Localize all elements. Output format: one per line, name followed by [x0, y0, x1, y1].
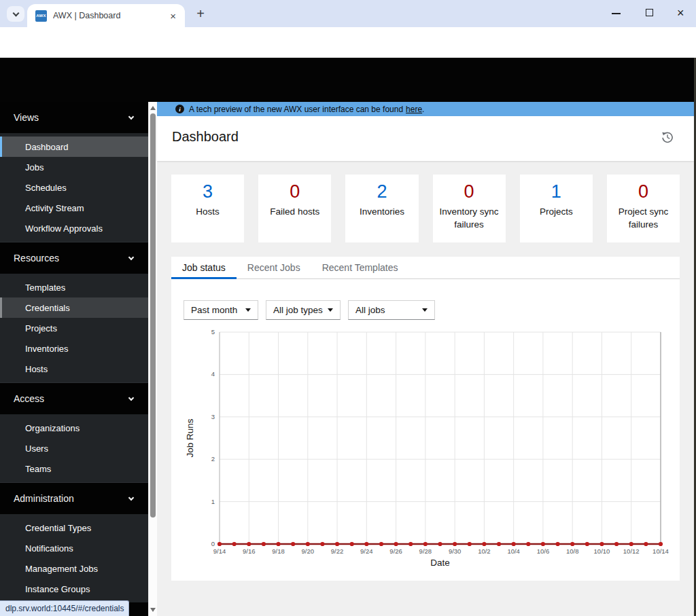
sidebar-scrollbar[interactable] — [148, 102, 157, 616]
filter-select-past-month[interactable]: Past month — [184, 300, 258, 320]
x-axis-label: Date — [430, 558, 450, 568]
svg-text:10/6: 10/6 — [537, 547, 550, 555]
svg-text:0: 0 — [211, 540, 215, 547]
browser-tab[interactable]: AWX AWX | Dashboard × — [27, 4, 185, 27]
filter-selected-value: All jobs — [355, 305, 385, 315]
scroll-down-icon[interactable] — [150, 608, 156, 612]
awx-header: AWX ? admin — [0, 58, 696, 102]
svg-text:2: 2 — [211, 455, 215, 463]
sidebar-item-organizations[interactable]: Organizations — [0, 418, 148, 438]
tab-job-status[interactable]: Job status — [171, 257, 237, 278]
sidebar-item-schedules[interactable]: Schedules — [0, 177, 148, 198]
caret-down-icon — [422, 308, 428, 312]
card-label: Inventories — [345, 205, 418, 219]
caret-down-icon — [328, 308, 333, 312]
dashboard-tabs: Job statusRecent JobsRecent Templates — [171, 257, 680, 279]
card-value[interactable]: 0 — [607, 181, 680, 204]
svg-text:10/2: 10/2 — [478, 547, 491, 555]
data-point — [379, 542, 383, 546]
data-point — [614, 542, 619, 546]
sidebar-item-credential-types[interactable]: Credential Types — [0, 518, 148, 538]
new-tab-button[interactable]: + — [192, 5, 209, 22]
svg-text:5: 5 — [211, 328, 215, 336]
sidebar-item-projects[interactable]: Projects — [0, 318, 148, 338]
tech-preview-banner: i A tech preview of the new AWX user int… — [157, 102, 694, 116]
summary-card-inventory-sync-failures: 0Inventory sync failures — [433, 175, 506, 242]
window-close-button[interactable]: × — [677, 5, 684, 21]
svg-text:9/22: 9/22 — [331, 547, 344, 555]
refresh-history-icon[interactable] — [661, 131, 674, 145]
sidebar-item-hosts[interactable]: Hosts — [0, 359, 148, 379]
sidebar-group-header-administration[interactable]: Administration — [0, 483, 148, 514]
sidebar-group-access: AccessOrganizationsUsersTeams — [0, 382, 148, 482]
scroll-up-icon[interactable] — [150, 106, 156, 110]
sidebar-item-workflow-approvals[interactable]: Workflow Approvals — [0, 218, 148, 238]
data-point — [482, 542, 486, 546]
svg-text:9/28: 9/28 — [419, 547, 432, 555]
sidebar-item-teams[interactable]: Teams — [0, 458, 148, 479]
filter-select-all-jobs[interactable]: All jobs — [348, 300, 435, 320]
tab-close-icon[interactable]: × — [168, 10, 178, 22]
sidebar-item-activity-stream[interactable]: Activity Stream — [0, 198, 148, 218]
sidebar-item-notifications[interactable]: Notifications — [0, 538, 148, 558]
sidebar-group-label: Administration — [14, 493, 74, 504]
window-minimize-button[interactable] — [612, 13, 621, 14]
summary-card-hosts: 3Hosts — [171, 175, 244, 242]
card-value[interactable]: 2 — [345, 181, 418, 204]
sidebar-item-jobs[interactable]: Jobs — [0, 157, 148, 177]
scrollbar-thumb[interactable] — [150, 113, 156, 518]
data-point — [629, 542, 633, 546]
sidebar-item-instance-groups[interactable]: Instance Groups — [0, 579, 148, 599]
card-label: Projects — [520, 205, 593, 219]
sidebar-group-views: ViewsDashboardJobsSchedulesActivity Stre… — [0, 102, 148, 242]
browser-toolbar: ← → Not secure dlp.srv.world:10445/#/hom… — [0, 27, 696, 58]
data-point — [350, 542, 354, 546]
filter-select-all-job-types[interactable]: All job types — [266, 300, 341, 320]
page-title: Dashboard — [172, 129, 239, 145]
sidebar-group-administration: AdministrationCredential TypesNotificati… — [0, 482, 148, 602]
data-point — [320, 542, 324, 546]
data-point — [306, 542, 310, 546]
card-label: Inventory sync failures — [433, 205, 506, 232]
browser-window: AWX AWX | Dashboard × + × ← → Not — [0, 0, 696, 616]
data-point — [218, 542, 222, 546]
svg-text:3: 3 — [211, 413, 215, 420]
card-label: Failed hosts — [258, 205, 331, 219]
tab-search-button[interactable] — [7, 6, 24, 22]
data-point — [599, 542, 604, 546]
sidebar-item-inventories[interactable]: Inventories — [0, 338, 148, 359]
card-value[interactable]: 0 — [433, 181, 506, 204]
tab-recent-jobs[interactable]: Recent Jobs — [237, 257, 311, 278]
svg-text:9/26: 9/26 — [389, 547, 402, 555]
card-value[interactable]: 3 — [171, 181, 244, 204]
tab-recent-templates[interactable]: Recent Templates — [311, 257, 409, 278]
card-value[interactable]: 0 — [258, 181, 331, 204]
sidebar-item-management-jobs[interactable]: Management Jobs — [0, 558, 148, 579]
data-point — [394, 542, 398, 546]
data-point — [247, 542, 251, 546]
card-value[interactable]: 1 — [520, 181, 593, 204]
sidebar-group-header-resources[interactable]: Resources — [0, 242, 148, 274]
sidebar-item-dashboard[interactable]: Dashboard — [0, 137, 148, 157]
svg-text:10/10: 10/10 — [594, 547, 610, 555]
sidebar-group-header-access[interactable]: Access — [0, 383, 148, 414]
summary-card-projects: 1Projects — [520, 175, 593, 242]
sidebar-item-credentials[interactable]: Credentials — [0, 297, 148, 318]
data-point — [276, 542, 280, 546]
sidebar-group-resources: ResourcesTemplatesCredentialsProjectsInv… — [0, 242, 148, 382]
info-circle-icon: i — [175, 105, 184, 113]
sidebar-group-header-views[interactable]: Views — [0, 102, 148, 133]
sidebar-nav: ViewsDashboardJobsSchedulesActivity Stre… — [0, 102, 148, 616]
data-point — [526, 542, 530, 546]
sidebar-item-templates[interactable]: Templates — [0, 277, 148, 297]
svg-text:10/4: 10/4 — [507, 547, 520, 555]
filter-selected-value: Past month — [191, 305, 237, 315]
banner-suffix: . — [422, 105, 424, 114]
data-point — [453, 542, 457, 546]
banner-here-link[interactable]: here — [406, 105, 422, 114]
svg-text:9/14: 9/14 — [213, 547, 226, 555]
y-axis-label: Job Runs — [185, 418, 195, 457]
sidebar-item-users[interactable]: Users — [0, 438, 148, 458]
window-maximize-button[interactable] — [646, 9, 653, 16]
data-point — [262, 542, 266, 546]
